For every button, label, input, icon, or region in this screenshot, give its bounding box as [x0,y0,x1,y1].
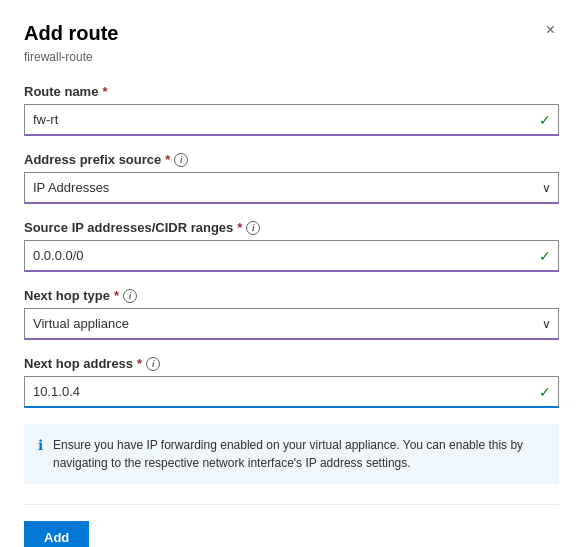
panel-title-block: Add route [24,20,118,46]
required-star-2: * [165,152,170,167]
address-prefix-source-field-group: Address prefix source * i IP Addresses S… [24,152,559,204]
panel-title: Add route [24,20,118,46]
next-hop-type-dropdown-wrapper: Virtual appliance Internet None VNet gat… [24,308,559,340]
required-star-5: * [137,356,142,371]
close-button[interactable]: × [542,20,559,40]
source-ip-label: Source IP addresses/CIDR ranges * i [24,220,559,235]
address-prefix-source-label: Address prefix source * i [24,152,559,167]
info-box: ℹ Ensure you have IP forwarding enabled … [24,424,559,484]
next-hop-address-input-wrapper: ✓ [24,376,559,408]
next-hop-type-label: Next hop type * i [24,288,559,303]
add-button[interactable]: Add [24,521,89,547]
route-name-input-wrapper: ✓ [24,104,559,136]
divider [24,504,559,505]
required-star-3: * [237,220,242,235]
next-hop-address-checkmark: ✓ [539,384,551,400]
info-box-text: Ensure you have IP forwarding enabled on… [53,436,545,472]
next-hop-address-label: Next hop address * i [24,356,559,371]
address-prefix-source-select[interactable]: IP Addresses Service Tag [24,172,559,204]
panel-subtitle: firewall-route [24,50,559,64]
next-hop-type-info-icon[interactable]: i [123,289,137,303]
next-hop-address-info-icon[interactable]: i [146,357,160,371]
route-name-label: Route name * [24,84,559,99]
route-name-field-group: Route name * ✓ [24,84,559,136]
add-route-panel: Add route × firewall-route Route name * … [0,0,583,547]
info-box-icon: ℹ [38,437,43,453]
next-hop-type-field-group: Next hop type * i Virtual appliance Inte… [24,288,559,340]
source-ip-info-icon[interactable]: i [246,221,260,235]
address-prefix-source-dropdown-wrapper: IP Addresses Service Tag ∨ [24,172,559,204]
source-ip-input[interactable] [24,240,559,272]
route-name-checkmark: ✓ [539,112,551,128]
source-ip-checkmark: ✓ [539,248,551,264]
required-star: * [102,84,107,99]
required-star-4: * [114,288,119,303]
next-hop-address-field-group: Next hop address * i ✓ [24,356,559,408]
panel-header: Add route × [24,20,559,46]
route-name-input[interactable] [24,104,559,136]
next-hop-address-input[interactable] [24,376,559,408]
source-ip-field-group: Source IP addresses/CIDR ranges * i ✓ [24,220,559,272]
next-hop-type-select[interactable]: Virtual appliance Internet None VNet gat… [24,308,559,340]
address-prefix-info-icon[interactable]: i [174,153,188,167]
source-ip-input-wrapper: ✓ [24,240,559,272]
